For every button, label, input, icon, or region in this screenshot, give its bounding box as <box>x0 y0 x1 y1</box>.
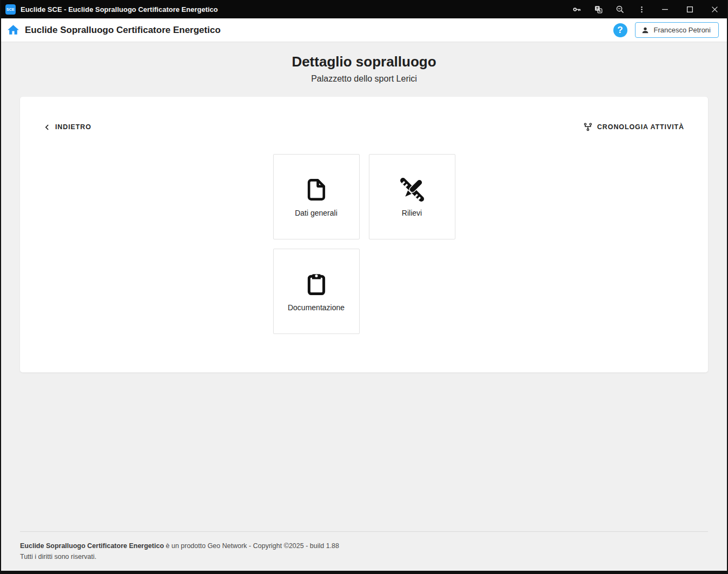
minimize-button[interactable] <box>652 0 677 18</box>
app-window: SCE Euclide SCE - Euclide Sopralluogo Ce… <box>0 0 728 574</box>
help-button[interactable]: ? <box>613 23 627 37</box>
zoom-out-icon[interactable] <box>609 0 631 18</box>
page-subtitle: Palazzetto dello sport Lerici <box>1 74 727 84</box>
design-tools-icon <box>399 177 425 203</box>
translate-icon[interactable] <box>587 0 609 18</box>
tile-rilievi[interactable]: Rilievi <box>369 154 455 239</box>
detail-card: INDIETRO CRONOLOGIA ATTIVITÀ Dati genera… <box>20 97 708 372</box>
key-icon[interactable] <box>566 0 587 18</box>
app-title: Euclide Sopralluogo Certificatore Energe… <box>25 25 221 36</box>
document-icon <box>303 177 329 203</box>
kebab-menu-icon[interactable] <box>631 0 652 18</box>
person-icon <box>641 26 650 35</box>
footer-product-name: Euclide Sopralluogo Certificatore Energe… <box>20 542 164 550</box>
app-header: Euclide Sopralluogo Certificatore Energe… <box>1 18 727 42</box>
tile-documentazione[interactable]: Documentazione <box>273 249 360 334</box>
user-menu-button[interactable]: Francesco Petroni <box>635 22 719 38</box>
footer-product-info: è un prodotto Geo Network - Copyright ©2… <box>164 542 339 550</box>
titlebar: SCE Euclide SCE - Euclide Sopralluogo Ce… <box>1 0 727 18</box>
hierarchy-icon <box>583 122 593 132</box>
app-logo: SCE <box>5 4 16 15</box>
close-button[interactable] <box>702 0 727 18</box>
tile-dati-generali[interactable]: Dati generali <box>273 154 360 239</box>
tile-label: Documentazione <box>288 303 345 312</box>
clipboard-icon <box>303 271 329 297</box>
back-label: INDIETRO <box>55 123 91 131</box>
maximize-button[interactable] <box>677 0 702 18</box>
window-title: Euclide SCE - Euclide Sopralluogo Certif… <box>21 5 218 14</box>
home-icon[interactable] <box>6 23 20 37</box>
chevron-left-icon <box>44 124 51 131</box>
card-toolbar: INDIETRO CRONOLOGIA ATTIVITÀ <box>44 122 684 132</box>
footer-line2: Tutti i diritti sono riservati. <box>20 552 708 562</box>
footer: Euclide Sopralluogo Certificatore Energe… <box>20 531 708 562</box>
back-button[interactable]: INDIETRO <box>44 123 91 131</box>
footer-line1: Euclide Sopralluogo Certificatore Energe… <box>20 541 708 551</box>
page-title: Dettaglio sopralluogo <box>1 54 727 70</box>
tile-label: Dati generali <box>295 209 337 217</box>
user-name: Francesco Petroni <box>654 26 711 34</box>
activity-history-label: CRONOLOGIA ATTIVITÀ <box>597 123 684 131</box>
tile-grid: Dati generali Rilievi <box>273 154 455 334</box>
tile-label: Rilievi <box>402 209 422 217</box>
activity-history-button[interactable]: CRONOLOGIA ATTIVITÀ <box>583 122 684 132</box>
